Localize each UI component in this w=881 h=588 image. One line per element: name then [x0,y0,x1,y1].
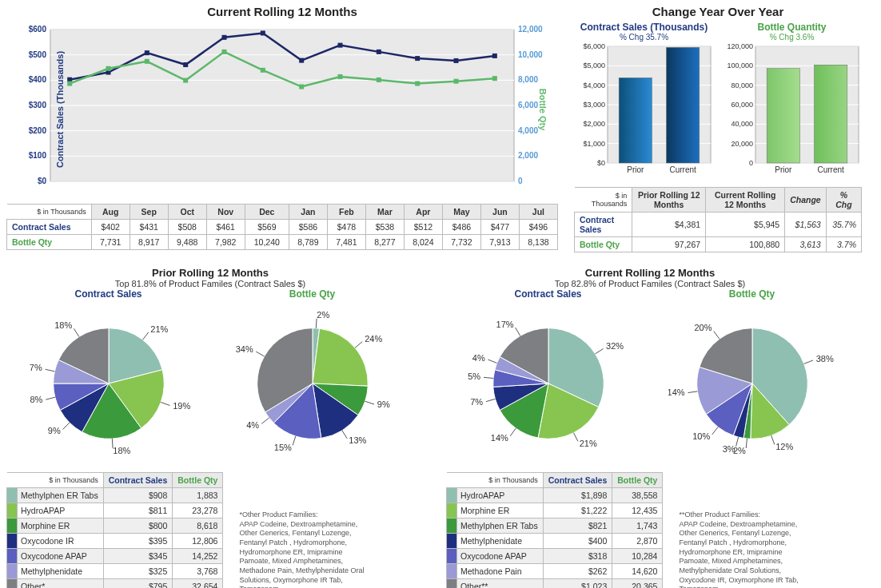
table-row: HydroAPAP$81123,278 [7,503,223,518]
svg-text:40,000: 40,000 [731,120,753,128]
svg-line-108 [261,418,269,423]
svg-rect-80 [767,69,799,163]
yoy-bq-cell: 3.7% [826,237,861,252]
cs-cell: $508 [168,220,206,235]
color-swatch [447,488,457,503]
bq-cell: 7,732 [442,235,480,250]
svg-line-98 [316,319,317,328]
svg-rect-31 [415,56,420,61]
table-row: Methylphenidate$3253,768 [7,564,223,579]
product-name: Other* [18,579,104,589]
svg-text:$0: $0 [597,159,605,167]
svg-rect-41 [338,74,343,79]
svg-text:21%: 21% [150,324,168,334]
svg-text:0: 0 [518,177,523,185]
col-bottle-qty: Bottle Qty [173,473,223,488]
svg-line-138 [713,332,719,340]
svg-text:4,000: 4,000 [518,126,538,135]
svg-rect-24 [145,50,149,55]
month-header: Jul [519,205,557,220]
svg-text:8,000: 8,000 [518,75,538,84]
svg-rect-44 [454,79,459,84]
svg-text:7%: 7% [29,363,42,372]
svg-text:$600: $600 [29,25,47,34]
table-row: Other**$1,02320,365 [447,579,663,589]
svg-rect-27 [261,30,265,35]
cs-cell: $477 [480,220,519,235]
svg-line-122 [488,360,496,363]
svg-text:Current: Current [669,165,696,174]
bq-value: 1,883 [173,488,223,503]
yoy-cs-label: Contract Sales (Thousands) [574,22,714,33]
month-header: Aug [91,205,130,220]
svg-text:60,000: 60,000 [731,101,753,109]
line-chart: $00$1002,000$2004,000$3006,000$4008,000$… [6,22,558,197]
yoy-bq-cell: 97,267 [632,237,706,252]
svg-line-134 [712,427,717,434]
yoy-bq-cell: 3,613 [785,237,827,252]
table-row: Morphine ER$1,22212,435 [447,503,663,518]
bq-value: 14,252 [173,549,223,564]
product-table: $ in ThousandsContract SalesBottle QtyHy… [446,472,663,588]
month-header: May [442,205,480,220]
color-swatch [7,579,18,589]
yoy-cs-cell: $1,563 [785,213,827,237]
svg-text:18%: 18% [113,446,130,455]
month-header: Sep [130,205,168,220]
color-swatch [447,579,457,589]
svg-text:2,000: 2,000 [518,151,538,160]
color-swatch [447,564,457,579]
svg-text:19%: 19% [173,401,190,411]
svg-rect-42 [377,77,381,82]
svg-text:4%: 4% [246,420,259,430]
product-name: HydroAPAP [457,488,544,503]
cs-value: $1,023 [543,579,612,589]
svg-rect-82 [815,65,847,163]
svg-text:$4,000: $4,000 [583,81,605,89]
svg-line-128 [771,435,774,444]
color-swatch [447,534,457,549]
yoy-bq-chg: % Chg 3.6% [722,33,862,42]
svg-rect-33 [492,54,497,58]
svg-text:13%: 13% [349,435,366,445]
svg-text:6,000: 6,000 [518,101,538,109]
prior-pie-panel: Prior Rolling 12 MonthsTop 81.8% of Prod… [6,267,414,588]
svg-text:12%: 12% [775,442,793,451]
svg-rect-30 [377,50,381,54]
svg-line-124 [515,328,520,336]
svg-line-126 [803,360,812,364]
svg-line-136 [688,391,697,393]
table-row: Other*$79532,654 [7,579,223,589]
footnote: *Other Product Families:APAP Codeine, De… [239,511,367,588]
svg-rect-37 [183,78,188,83]
svg-text:17%: 17% [496,320,513,329]
yoy-header: Change [785,188,827,213]
yoy-header: % Chg [826,188,861,213]
bq-cell: 7,913 [480,235,519,250]
cs-value: $325 [103,564,173,579]
svg-rect-40 [299,85,304,89]
cs-value: $1,222 [543,503,612,518]
cs-cell: $496 [519,220,557,235]
svg-text:5%: 5% [468,371,480,381]
pie-bq-label: Bottle Qty [229,288,397,300]
cs-value: $811 [103,503,173,518]
svg-text:$3,000: $3,000 [583,101,605,109]
bq-row-label: Bottle Qty [7,235,92,250]
cs-value: $908 [103,488,173,503]
svg-text:14%: 14% [490,433,508,443]
month-header: Jun [480,205,519,220]
table-row: Methylphen ER Tabs$9081,883 [7,488,223,503]
bq-cell: 7,982 [206,235,245,250]
cs-cell: $569 [245,220,289,235]
color-swatch [7,503,18,518]
svg-text:$1,000: $1,000 [583,140,605,148]
svg-text:32%: 32% [606,341,624,351]
cs-value: $395 [103,534,173,549]
cs-cell: $586 [289,220,327,235]
svg-text:4%: 4% [472,353,484,363]
table-row: Methylphenidate$4002,870 [447,534,663,549]
svg-text:18%: 18% [54,320,72,330]
svg-text:7%: 7% [470,397,483,407]
svg-text:$5,000: $5,000 [583,62,605,70]
